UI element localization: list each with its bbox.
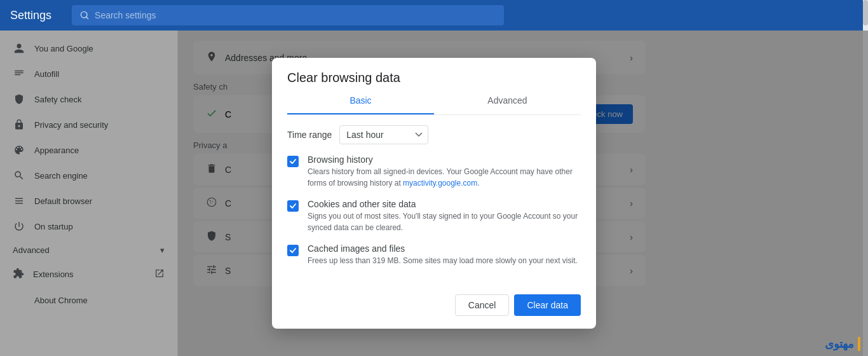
app-title: Settings	[10, 9, 51, 22]
dialog-title: Clear browsing data	[287, 71, 581, 85]
cookies-title: Cookies and other site data	[308, 199, 581, 209]
time-range-row: Time range Last hour Last 24 hours Last …	[287, 125, 581, 144]
cancel-button[interactable]: Cancel	[455, 294, 510, 316]
cookies-content: Cookies and other site data Signs you ou…	[308, 199, 581, 233]
dialog-footer: Cancel Clear data	[272, 287, 596, 329]
svg-line-1	[86, 17, 88, 19]
browsing-history-checkbox[interactable]	[287, 156, 299, 167]
cached-images-desc: Frees up less than 319 MB. Some sites ma…	[308, 255, 578, 266]
cached-images-title: Cached images and files	[308, 243, 578, 254]
top-bar: Settings	[0, 0, 868, 31]
search-icon	[79, 10, 90, 20]
cached-images-content: Cached images and files Frees up less th…	[308, 243, 578, 266]
time-range-select[interactable]: Last hour Last 24 hours Last 7 days Last…	[339, 125, 428, 144]
watermark-text: مهتوی	[825, 337, 854, 351]
dialog-body: Time range Last hour Last 24 hours Last …	[272, 115, 596, 287]
time-range-label: Time range	[287, 130, 332, 140]
checkbox-checked-2[interactable]	[287, 200, 299, 212]
tab-basic[interactable]: Basic	[287, 88, 434, 114]
dialog-tabs: Basic Advanced	[287, 88, 581, 115]
clear-data-button[interactable]: Clear data	[514, 294, 581, 316]
scroll-thumb[interactable]	[863, 0, 868, 25]
browsing-history-desc: Clears history from all signed-in device…	[308, 166, 581, 189]
browsing-history-title: Browsing history	[308, 154, 581, 165]
checkbox-checked[interactable]	[287, 156, 299, 167]
browsing-history-content: Browsing history Clears history from all…	[308, 154, 581, 189]
cookies-desc: Signs you out of most sites. You'll stay…	[308, 210, 581, 233]
watermark: مهتوی	[825, 337, 860, 351]
cookies-item: Cookies and other site data Signs you ou…	[287, 199, 581, 233]
checkbox-checked-3[interactable]	[287, 245, 299, 256]
dialog-header: Clear browsing data Basic Advanced	[272, 58, 596, 115]
clear-browsing-data-dialog: Clear browsing data Basic Advanced Time …	[272, 58, 596, 329]
search-input[interactable]	[95, 10, 496, 20]
search-bar[interactable]	[72, 5, 504, 25]
browsing-history-item: Browsing history Clears history from all…	[287, 154, 581, 189]
modal-overlay: Clear browsing data Basic Advanced Time …	[0, 31, 868, 356]
cached-images-checkbox[interactable]	[287, 245, 299, 256]
watermark-bar	[858, 337, 860, 351]
cookies-checkbox[interactable]	[287, 200, 299, 212]
cached-images-item: Cached images and files Frees up less th…	[287, 243, 581, 266]
activity-link[interactable]: myactivity.google.com	[403, 179, 477, 188]
tab-advanced[interactable]: Advanced	[434, 88, 581, 114]
